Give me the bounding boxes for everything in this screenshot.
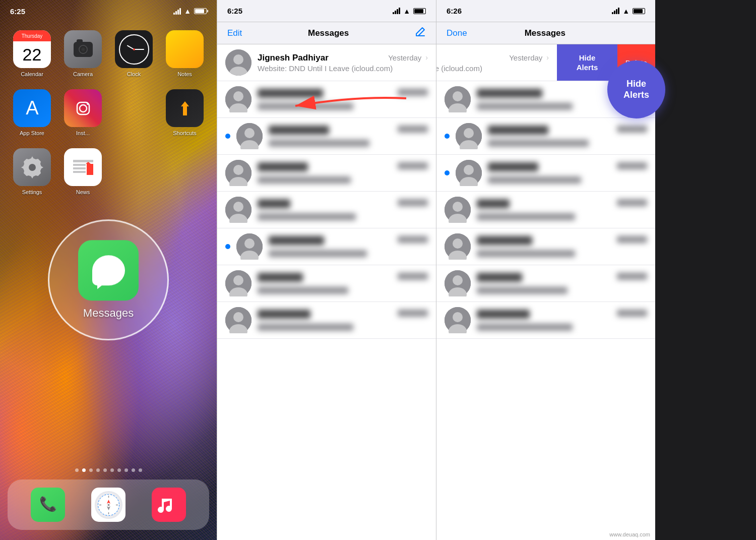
settings-icon[interactable] xyxy=(13,148,51,186)
swiped-message-row[interactable]: Padhiyar Yesterday › DND Until I Leave (… xyxy=(436,44,557,81)
page-dot-4[interactable] xyxy=(96,468,100,472)
status-time-3: 6:26 xyxy=(447,7,462,15)
blurred-row-p3-3[interactable] xyxy=(436,155,655,192)
page-dot-8[interactable] xyxy=(124,468,128,472)
app-item-clock[interactable]: Clock xyxy=(111,30,157,77)
wifi-icon: ▲ xyxy=(184,7,191,15)
camera-icon[interactable] xyxy=(64,30,102,68)
svg-point-19 xyxy=(233,54,243,65)
clock-icon[interactable] xyxy=(115,30,153,68)
hide-alerts-text: HideAlerts xyxy=(577,53,598,73)
blurred-row-p3-4[interactable] xyxy=(436,192,655,228)
status-time-1: 6:25 xyxy=(10,7,25,16)
page-dots xyxy=(0,468,217,472)
msg-preview-jignesh: Website: DND Until I Leave (icloud.com) xyxy=(258,64,428,73)
instagram-icon[interactable] xyxy=(64,89,102,127)
svg-point-59 xyxy=(453,238,463,249)
blurred-row-7[interactable] xyxy=(217,302,436,339)
phone2-messages: 6:25 ▲ Edit Messages xyxy=(217,0,436,540)
background-fill xyxy=(655,0,756,540)
message-list-3: Padhiyar Yesterday › DND Until I Leave (… xyxy=(436,44,655,540)
unread-dot-p3-2 xyxy=(445,134,450,139)
blurred-avatar-p3-6 xyxy=(445,270,471,296)
svg-point-4 xyxy=(29,164,36,171)
signal-icon-3 xyxy=(612,8,619,14)
app-item-notes[interactable]: Notes xyxy=(162,30,208,77)
phone3-messages-swipe: 6:26 ▲ Done Messages xyxy=(436,0,655,540)
blurred-avatar-5 xyxy=(236,233,263,260)
appstore-icon[interactable]: A xyxy=(13,89,51,127)
status-icons-2: ▲ xyxy=(393,7,426,15)
blurred-row-p3-2[interactable] xyxy=(436,118,655,155)
blurred-row-4[interactable] xyxy=(217,192,436,228)
app-item-camera[interactable]: Camera xyxy=(60,30,106,77)
blurred-avatar-7 xyxy=(225,307,251,333)
blurred-avatar-p3-3 xyxy=(456,160,482,186)
calendar-icon[interactable]: Thursday 22 xyxy=(13,30,51,68)
app-item-instagram[interactable]: Inst... xyxy=(60,89,106,136)
blurred-avatar-1 xyxy=(225,86,251,112)
svg-text:📞: 📞 xyxy=(39,496,57,512)
page-dot-1[interactable] xyxy=(75,468,79,472)
app-item-calendar[interactable]: Thursday 22 Calendar xyxy=(9,30,55,77)
nav-bar-3: Done Messages xyxy=(436,22,655,44)
blurred-row-6[interactable] xyxy=(217,265,436,302)
unread-dot-2 xyxy=(225,134,230,139)
page-dot-2[interactable] xyxy=(82,468,86,472)
page-dot-7[interactable] xyxy=(117,468,121,472)
blurred-row-p3-7[interactable] xyxy=(436,302,655,339)
blurred-avatar-p3-4 xyxy=(445,197,471,223)
page-dot-9[interactable] xyxy=(132,468,135,472)
blurred-avatar-6 xyxy=(225,270,251,296)
svg-point-62 xyxy=(453,275,463,285)
page-dot-3[interactable] xyxy=(89,468,93,472)
svg-point-2 xyxy=(80,105,87,112)
compose-button[interactable] xyxy=(415,26,426,40)
dock-safari-icon[interactable] xyxy=(91,488,125,522)
svg-point-28 xyxy=(233,165,243,175)
msg-content-jignesh: Jignesh Padhiyar Yesterday › Website: DN… xyxy=(258,53,428,73)
news-icon[interactable] xyxy=(64,148,102,186)
blurred-row-p3-5[interactable] xyxy=(436,228,655,265)
msg-name-jignesh: Jignesh Padhiyar xyxy=(258,53,329,63)
page-dot-6[interactable] xyxy=(110,468,114,472)
page-dot-5[interactable] xyxy=(103,468,107,472)
battery-icon-3 xyxy=(633,8,645,14)
dock-phone-icon[interactable]: 📞 xyxy=(31,488,65,522)
svg-point-47 xyxy=(453,91,463,101)
notes-icon[interactable] xyxy=(166,30,204,68)
dock-music-icon[interactable] xyxy=(152,488,186,522)
svg-point-31 xyxy=(233,202,243,212)
svg-point-40 xyxy=(233,312,243,322)
app-item-settings[interactable]: Settings xyxy=(9,148,55,195)
blurred-avatar-2 xyxy=(236,123,263,149)
blurred-row-p3-6[interactable] xyxy=(436,265,655,302)
svg-text:A: A xyxy=(26,97,39,118)
msg-time-jignesh: Yesterday › xyxy=(388,53,428,62)
message-row-first[interactable]: Jignesh Padhiyar Yesterday › Website: DN… xyxy=(217,44,436,81)
app-item-news[interactable]: News xyxy=(60,148,106,195)
watermark: www.deuaq.com xyxy=(609,531,650,537)
app-item-appstore[interactable]: A App Store xyxy=(9,89,55,136)
news-label: News xyxy=(76,189,90,195)
nav-edit-button[interactable]: Edit xyxy=(227,28,242,38)
messages-circle-overlay: Messages xyxy=(48,219,169,340)
blurred-row-3[interactable] xyxy=(217,155,436,192)
app-item-shortcuts[interactable]: Shortcuts xyxy=(162,89,208,136)
blurred-row-5[interactable] xyxy=(217,228,436,265)
nav-done-button[interactable]: Done xyxy=(447,28,467,38)
messages-app-icon[interactable] xyxy=(78,240,139,301)
settings-label: Settings xyxy=(22,189,42,195)
shortcuts-icon[interactable] xyxy=(166,89,204,127)
msg-avatar-jignesh xyxy=(225,49,251,76)
calendar-date: 22 xyxy=(23,41,42,68)
svg-point-25 xyxy=(244,128,255,138)
status-bar-2: 6:25 ▲ xyxy=(217,0,436,22)
page-dot-10[interactable] xyxy=(139,468,142,472)
nav-title-2: Messages xyxy=(308,28,349,38)
hide-alerts-action[interactable]: HideAlerts xyxy=(557,44,617,81)
blurred-avatar-p3-5 xyxy=(445,233,471,260)
appstore-svg: A xyxy=(21,97,43,119)
signal-icon-2 xyxy=(393,8,400,14)
blurred-row-2[interactable] xyxy=(217,118,436,155)
